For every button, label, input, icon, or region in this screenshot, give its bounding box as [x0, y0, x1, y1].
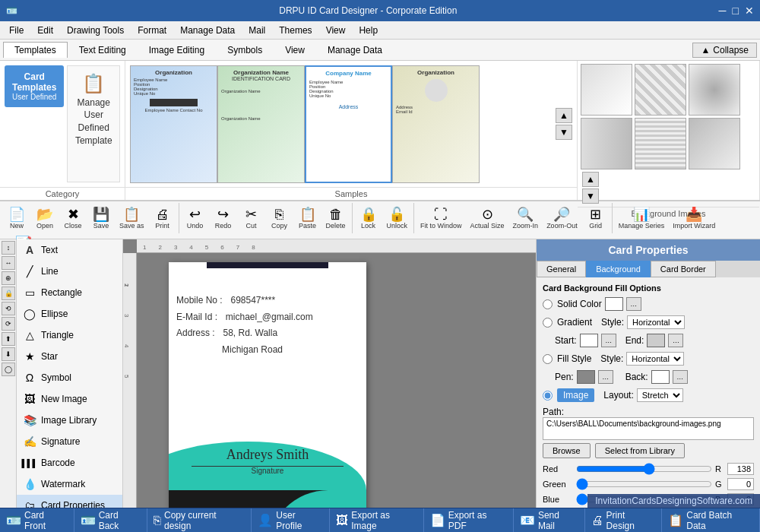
manage-template-btn[interactable]: 📋 Manage User Defined Template [67, 65, 120, 182]
draw-barcode[interactable]: ▌▌▌ Barcode [17, 452, 122, 473]
draw-symbol[interactable]: Ω Symbol [17, 367, 122, 388]
export-pdf-btn[interactable]: 📄 Export as PDF [424, 508, 514, 532]
props-tab-card-border[interactable]: Card Border [651, 261, 716, 277]
user-profile-btn[interactable]: 👤 User Profile [252, 508, 330, 532]
draw-image-library[interactable]: 📚 Image Library [17, 410, 122, 431]
save-btn[interactable]: 💾 Save [87, 205, 115, 232]
menu-file[interactable]: File [3, 24, 30, 37]
gradient-radio[interactable] [543, 318, 553, 328]
draw-text[interactable]: A Text [17, 239, 122, 261]
collapse-button[interactable]: ▲ Collapse [692, 43, 757, 58]
solid-color-box[interactable] [605, 297, 623, 311]
delete-btn[interactable]: 🗑 Delete [322, 205, 350, 232]
lt-btn-5[interactable]: ⟲ [2, 302, 15, 315]
green-value-input[interactable] [727, 478, 754, 490]
open-btn[interactable]: 📂 Open [31, 205, 59, 232]
layout-select[interactable]: Stretch Tile Center Zoom [637, 388, 683, 402]
draw-triangle[interactable]: △ Triangle [17, 325, 122, 346]
import-wizard-btn[interactable]: 📥 Import Wizard [669, 205, 719, 232]
lt-btn-8[interactable]: ⬇ [2, 347, 15, 361]
zoom-out-btn[interactable]: 🔎 Zoom-Out [543, 205, 581, 232]
pen-color-btn[interactable]: … [598, 370, 613, 384]
zoom-in-btn[interactable]: 🔍 Zoom-In [509, 205, 543, 232]
bg-scroll-down[interactable]: ▼ [582, 188, 599, 204]
gradient-end-box[interactable] [647, 334, 665, 347]
tab-view[interactable]: View [274, 42, 316, 58]
grid-btn[interactable]: ⊞ Grid [582, 205, 610, 232]
menu-view[interactable]: View [320, 24, 352, 37]
undo-btn[interactable]: ↩ Undo [182, 205, 209, 232]
copy-btn[interactable]: ⎘ Copy [266, 205, 293, 232]
card-front-btn[interactable]: 🪪 Card Front [0, 508, 74, 532]
cut-btn[interactable]: ✂ Cut [238, 205, 265, 232]
bg-thumb-2[interactable] [635, 64, 686, 116]
tab-image-editing[interactable]: Image Editing [138, 42, 216, 58]
maximize-btn[interactable]: □ [733, 5, 739, 17]
send-mail-btn[interactable]: 📧 Send Mail [514, 508, 585, 532]
lock-btn[interactable]: 🔒 Lock [355, 205, 382, 232]
fill-style-radio[interactable] [543, 354, 553, 364]
print-design-btn[interactable]: 🖨 Print Design [585, 508, 663, 532]
save-as-btn[interactable]: 📋 Save as [116, 205, 148, 232]
minimize-btn[interactable]: ─ [719, 5, 727, 17]
green-slider[interactable] [576, 478, 712, 490]
lt-btn-1[interactable]: ↕ [2, 241, 15, 255]
print-btn[interactable]: 🖨 Print [149, 205, 176, 232]
tab-templates[interactable]: Templates [3, 42, 68, 58]
menu-help[interactable]: Help [353, 24, 384, 37]
export-image-btn[interactable]: 🖼 Export as Image [330, 508, 423, 532]
menu-manage-data[interactable]: Manage Data [174, 24, 241, 37]
pen-color-box[interactable] [577, 370, 595, 384]
card-canvas[interactable]: Mobile No : 698547**** E-Mail Id : micha… [169, 262, 366, 508]
props-tab-general[interactable]: General [537, 261, 586, 277]
browse-btn[interactable]: Browse [543, 443, 591, 458]
menu-format[interactable]: Format [131, 24, 173, 37]
select-library-btn[interactable]: Select from Library [595, 443, 685, 458]
back-color-box[interactable] [651, 370, 670, 384]
lt-btn-9[interactable]: ◯ [2, 363, 15, 376]
draw-card-properties[interactable]: 🗂 Card Properties [17, 495, 122, 508]
tab-text-editing[interactable]: Text Editing [68, 42, 138, 58]
close-doc-btn[interactable]: ✖ Close [59, 205, 87, 232]
actual-size-btn[interactable]: ⊙ Actual Size [467, 205, 508, 232]
draw-rectangle[interactable]: ▭ Rectangle [17, 282, 122, 303]
red-slider[interactable] [576, 463, 712, 475]
lt-btn-6[interactable]: ⟳ [2, 317, 15, 331]
lt-btn-4[interactable]: 🔒 [2, 287, 15, 300]
gradient-start-box[interactable] [580, 334, 598, 347]
canvas-area[interactable]: 1 2 3 4 5 6 7 8 1 2 3 4 5 [123, 239, 536, 508]
draw-line[interactable]: ╱ Line [17, 261, 122, 282]
tab-symbols[interactable]: Symbols [216, 42, 274, 58]
draw-star[interactable]: ★ Star [17, 346, 122, 367]
gradient-style-select[interactable]: Horizontal Vertical Diagonal [627, 315, 685, 329]
menu-themes[interactable]: Themes [273, 24, 318, 37]
draw-watermark[interactable]: 💧 Watermark [17, 473, 122, 495]
unlock-btn[interactable]: 🔓 Unlock [383, 205, 412, 232]
bg-thumb-4[interactable] [581, 118, 632, 169]
card-back-btn[interactable]: 🪪 Card Back [74, 508, 147, 532]
blue-slider[interactable] [576, 493, 712, 505]
image-radio[interactable] [543, 391, 553, 401]
sample-card-4[interactable]: Organization Address Email Id [392, 65, 480, 183]
manage-series-btn[interactable]: 📊 Manage Series [615, 205, 669, 232]
back-color-btn[interactable]: … [673, 370, 688, 384]
bg-thumb-6[interactable] [689, 118, 740, 169]
bg-thumb-1[interactable] [581, 64, 632, 116]
lt-btn-7[interactable]: ⬆ [2, 332, 15, 346]
draw-signature[interactable]: ✍ Signature [17, 431, 122, 452]
gradient-start-btn[interactable]: … [601, 334, 616, 347]
blue-value-input[interactable] [727, 493, 754, 505]
tab-manage-data[interactable]: Manage Data [316, 42, 394, 58]
menu-drawing-tools[interactable]: Drawing Tools [61, 24, 130, 37]
card-batch-btn[interactable]: 📋 Card Batch Data [662, 508, 760, 532]
props-tab-background[interactable]: Background [586, 261, 651, 277]
gradient-end-btn[interactable]: … [668, 334, 683, 347]
solid-color-picker-btn[interactable]: … [626, 297, 641, 311]
fill-style-select[interactable]: Horizontal Vertical [626, 352, 684, 366]
red-value-input[interactable] [727, 463, 754, 475]
draw-ellipse[interactable]: ◯ Ellipse [17, 303, 122, 325]
lt-btn-2[interactable]: ↔ [2, 256, 15, 270]
close-btn[interactable]: ✕ [745, 5, 754, 17]
lt-btn-3[interactable]: ⊕ [2, 271, 15, 285]
bg-thumb-3[interactable] [689, 64, 740, 116]
